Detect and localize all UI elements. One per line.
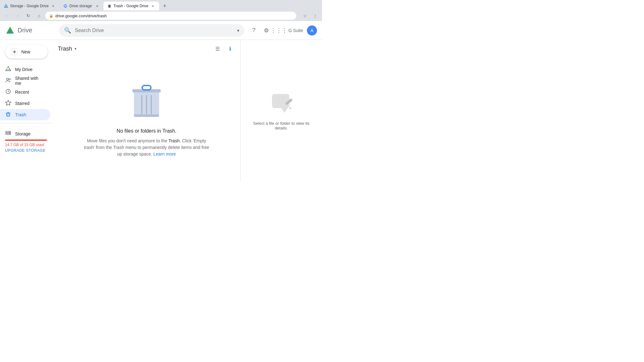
empty-state-title: No files or folders in Trash.	[117, 128, 176, 134]
upgrade-storage-link[interactable]: UPGRADE STORAGE	[5, 148, 48, 153]
svg-line-17	[8, 67, 10, 70]
search-dropdown-arrow[interactable]: ▾	[237, 28, 239, 33]
svg-marker-1	[5, 6, 7, 7]
svg-marker-39	[281, 108, 288, 113]
new-button-icon	[11, 48, 18, 56]
tab-drive-storage[interactable]: Drive storage ✕	[59, 2, 103, 10]
drive-logo-icon	[5, 25, 15, 36]
tab-favicon-google	[63, 4, 68, 8]
storage-label: Storage	[15, 131, 31, 136]
sidebar-item-recent[interactable]: Recent	[0, 86, 50, 98]
home-button[interactable]: ⌂	[35, 11, 43, 20]
tab-close-drive-storage[interactable]: ✕	[95, 3, 100, 8]
app-header: Drive 🔍 ▾ ? ⚙ ⋮⋮⋮ G Suite A	[0, 21, 322, 40]
gsuite-label: G Suite	[288, 28, 303, 33]
tab-storage[interactable]: Storage - Google Drive ✕	[0, 2, 59, 10]
main-content: Trash ▾ ☰ ℹ	[53, 40, 240, 181]
apps-button[interactable]: ⋮⋮⋮	[273, 25, 285, 36]
trash-empty-illustration	[128, 80, 165, 121]
learn-more-link[interactable]: Learn more	[153, 151, 176, 156]
tab-title-trash: Trash - Google Drive	[114, 4, 148, 8]
url-text: drive.google.com/drive/trash	[55, 14, 107, 18]
empty-desc-bold: Trash	[169, 138, 180, 143]
svg-point-20	[9, 78, 11, 80]
app: Drive 🔍 ▾ ? ⚙ ⋮⋮⋮ G Suite A	[0, 21, 322, 181]
search-icon: 🔍	[64, 27, 71, 34]
content-header: Trash ▾ ☰ ℹ	[53, 40, 240, 56]
page-title-area: Trash ▾	[58, 46, 76, 52]
page-title: Trash	[58, 46, 72, 52]
svg-rect-7	[108, 5, 111, 6]
svg-rect-36	[142, 85, 151, 90]
svg-rect-38	[272, 94, 289, 108]
svg-point-29	[9, 132, 10, 132]
svg-point-30	[9, 134, 10, 134]
svg-marker-41	[289, 107, 291, 109]
my-drive-icon	[5, 66, 11, 74]
svg-marker-22	[6, 100, 11, 105]
sidebar-item-starred[interactable]: Starred	[0, 98, 50, 109]
storage-bar	[5, 140, 47, 141]
new-button[interactable]: New	[5, 45, 48, 59]
tab-bar: Storage - Google Drive ✕ Drive storage ✕…	[0, 0, 322, 10]
sidebar-label-recent: Recent	[15, 90, 29, 95]
storage-bar-container	[5, 140, 48, 141]
info-button[interactable]: ℹ	[225, 44, 235, 54]
refresh-button[interactable]: ↻	[24, 11, 33, 20]
search-input[interactable]	[75, 28, 233, 33]
empty-state: No files or folders in Trash. Move files…	[53, 56, 240, 181]
sidebar-item-shared[interactable]: Shared with me	[0, 75, 50, 86]
starred-icon	[5, 100, 11, 107]
tab-title-storage: Storage - Google Drive	[10, 4, 49, 8]
sidebar: New My Drive Shared with me	[0, 40, 53, 181]
svg-point-19	[7, 78, 8, 80]
address-bar: ← → ↻ ⌂ 🔒 drive.google.com/drive/trash ☆…	[0, 10, 322, 21]
new-tab-button[interactable]: +	[160, 2, 169, 10]
tab-favicon-trash	[107, 4, 112, 8]
url-box[interactable]: 🔒 drive.google.com/drive/trash	[45, 12, 296, 20]
browser-chrome: Storage - Google Drive ✕ Drive storage ✕…	[0, 0, 322, 21]
gsuite-button[interactable]: G Suite	[286, 25, 306, 36]
app-body: New My Drive Shared with me	[0, 40, 322, 181]
svg-rect-23	[7, 113, 10, 116]
sidebar-divider	[0, 123, 53, 123]
drive-logo: Drive	[5, 25, 55, 36]
storage-used-text: 14.7 GB of 15 GB used	[5, 143, 48, 147]
bookmark-button[interactable]: ☆	[301, 11, 309, 20]
svg-line-16	[6, 67, 8, 70]
tab-close-trash[interactable]: ✕	[150, 3, 155, 8]
sidebar-item-trash[interactable]: Trash	[0, 109, 50, 120]
trash-dropdown-arrow[interactable]: ▾	[75, 47, 76, 51]
browser-actions: ☆ ⋮	[301, 11, 319, 20]
header-actions: ? ⚙ ⋮⋮⋮ G Suite A	[248, 25, 317, 36]
storage-icon	[5, 130, 11, 138]
tab-title-drive-storage: Drive storage	[69, 4, 93, 8]
storage-section: Storage 14.7 GB of 15 GB used UPGRADE ST…	[0, 126, 53, 155]
tab-close-storage[interactable]: ✕	[51, 3, 56, 8]
empty-state-description: Move files you don't need anymore to the…	[84, 138, 209, 157]
sidebar-item-my-drive[interactable]: My Drive	[0, 64, 50, 75]
empty-desc-before: Move files you don't need anymore to the	[87, 138, 169, 143]
search-box[interactable]: 🔍 ▾	[59, 24, 244, 37]
extensions-button[interactable]: ⋮	[311, 11, 319, 20]
sidebar-label-trash: Trash	[15, 112, 26, 117]
back-button[interactable]: ←	[3, 11, 11, 20]
sidebar-label-shared: Shared with me	[15, 76, 45, 86]
recent-icon	[5, 88, 11, 96]
sidebar-label-my-drive: My Drive	[15, 67, 32, 72]
lock-icon: 🔒	[49, 14, 53, 18]
svg-rect-37	[134, 114, 159, 117]
shared-icon	[5, 77, 11, 85]
drive-logo-text: Drive	[18, 27, 32, 34]
help-button[interactable]: ?	[248, 25, 259, 36]
sidebar-label-starred: Starred	[15, 101, 30, 106]
right-panel-illustration	[269, 91, 294, 116]
user-avatar[interactable]: A	[307, 25, 317, 36]
right-panel: Select a file or folder to view its deta…	[240, 40, 322, 181]
right-panel-text: Select a file or folder to view its deta…	[248, 121, 314, 130]
forward-button[interactable]: →	[13, 11, 22, 20]
tab-trash[interactable]: Trash - Google Drive ✕	[103, 2, 159, 10]
trash-icon	[5, 111, 11, 119]
tab-favicon-drive	[4, 4, 8, 8]
list-view-button[interactable]: ☰	[213, 44, 223, 54]
